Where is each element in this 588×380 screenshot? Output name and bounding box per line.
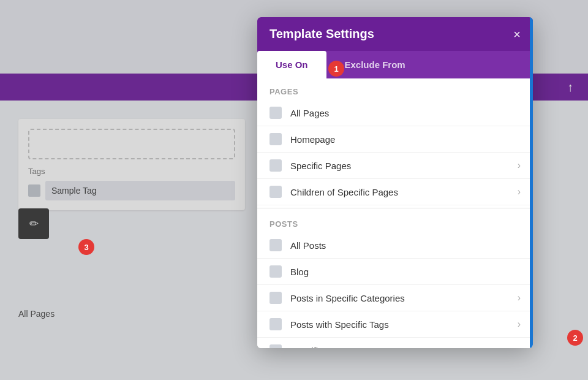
option-label-blog: Blog — [290, 267, 521, 277]
pages-section-label: Pages — [257, 78, 533, 100]
option-all-posts[interactable]: All Posts — [257, 232, 533, 259]
option-children-specific-pages[interactable]: Children of Specific Pages › — [257, 179, 533, 205]
modal-close-button[interactable]: × — [513, 28, 521, 40]
chevron-specific-pages-icon: › — [518, 160, 521, 171]
option-label-homepage: Homepage — [290, 134, 521, 145]
modal-tabs: Use On Exclude From — [257, 51, 533, 78]
option-label-specific-pages: Specific Pages — [290, 161, 518, 171]
posts-section-label: Posts — [257, 211, 533, 232]
option-label-all-pages: All Pages — [290, 108, 521, 118]
modal-title: Template Settings — [270, 27, 374, 41]
badge-3: 3 — [78, 239, 94, 255]
badge-2: 2 — [567, 330, 583, 346]
option-posts-specific-categories[interactable]: Posts in Specific Categories › — [257, 285, 533, 311]
option-specific-posts[interactable]: Specific Posts › — [257, 338, 533, 348]
section-divider — [257, 208, 533, 208]
option-label-posts-specific-tags: Posts with Specific Tags — [290, 319, 518, 330]
option-all-pages[interactable]: All Pages — [257, 100, 533, 126]
option-specific-pages[interactable]: Specific Pages › — [257, 153, 533, 179]
option-label-all-posts: All Posts — [290, 240, 521, 251]
checkbox-posts-specific-tags[interactable] — [270, 318, 282, 330]
checkbox-homepage[interactable] — [270, 133, 282, 145]
option-label-children-specific-pages: Children of Specific Pages — [290, 187, 518, 197]
badge-1: 1 — [328, 61, 344, 77]
option-posts-specific-tags[interactable]: Posts with Specific Tags › — [257, 311, 533, 338]
checkbox-all-posts[interactable] — [270, 239, 282, 251]
chevron-posts-specific-tags-icon: › — [518, 319, 521, 330]
checkbox-specific-pages[interactable] — [270, 159, 282, 172]
tab-use-on[interactable]: Use On — [257, 51, 326, 78]
chevron-children-specific-pages-icon: › — [518, 186, 521, 197]
chevron-posts-specific-categories-icon: › — [518, 292, 521, 303]
checkbox-posts-specific-categories[interactable] — [270, 292, 282, 304]
option-blog[interactable]: Blog — [257, 259, 533, 285]
option-label-specific-posts: Specific Posts — [290, 346, 518, 349]
modal-body: Pages All Pages Homepage Specific Pages … — [257, 78, 533, 348]
option-homepage[interactable]: Homepage — [257, 126, 533, 153]
checkbox-specific-posts[interactable] — [270, 344, 282, 348]
chevron-specific-posts-icon: › — [518, 345, 521, 348]
checkbox-children-specific-pages[interactable] — [270, 186, 282, 198]
option-label-posts-specific-categories: Posts in Specific Categories — [290, 293, 518, 303]
checkbox-blog[interactable] — [270, 265, 282, 278]
template-settings-modal: Template Settings × Use On Exclude From … — [257, 17, 533, 348]
checkbox-all-pages[interactable] — [270, 107, 282, 119]
modal-header: Template Settings × — [257, 17, 533, 51]
